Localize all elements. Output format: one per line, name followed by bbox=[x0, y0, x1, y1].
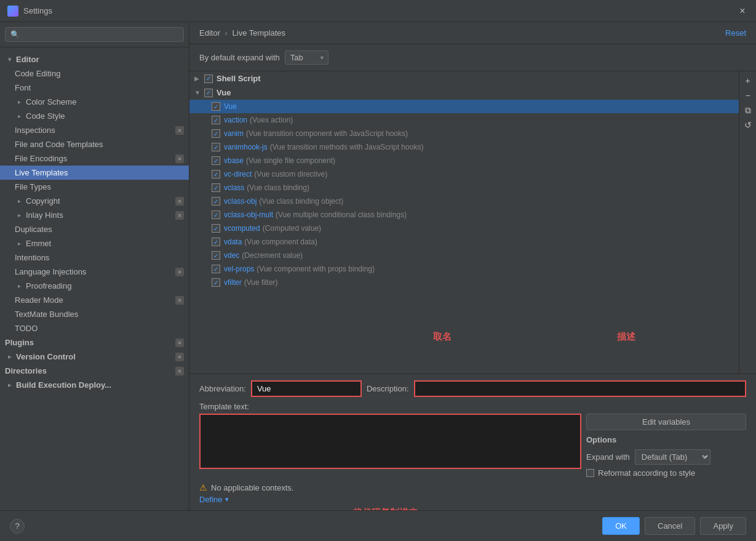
template-group-vue[interactable]: ▼ Vue bbox=[189, 86, 739, 100]
sidebar-item-language-injections[interactable]: Language Injections ≡ bbox=[0, 265, 189, 279]
sidebar-item-duplicates[interactable]: Duplicates bbox=[0, 222, 189, 236]
template-item-vcomputed[interactable]: vcomputed (Computed value) bbox=[189, 222, 739, 235]
remove-template-button[interactable]: − bbox=[741, 89, 755, 102]
sidebar-item-copyright[interactable]: ▸ Copyright ≡ bbox=[0, 194, 189, 208]
sidebar-item-file-encodings[interactable]: File Encodings ≡ bbox=[0, 151, 189, 166]
vclassobj-checkbox[interactable] bbox=[212, 197, 220, 206]
vanimhook-checkbox[interactable] bbox=[212, 143, 220, 151]
template-item-vbase[interactable]: vbase (Vue single file component) bbox=[189, 154, 739, 167]
sidebar-item-file-code-templates[interactable]: File and Code Templates bbox=[0, 137, 189, 151]
expand-select[interactable]: Tab Enter Space bbox=[285, 50, 328, 65]
add-template-button[interactable]: + bbox=[741, 74, 755, 87]
vdec-checkbox[interactable] bbox=[212, 251, 220, 260]
undo-template-button[interactable]: ↺ bbox=[741, 118, 755, 132]
cancel-button[interactable]: Cancel bbox=[645, 517, 695, 535]
vaction-desc: (Vuex action) bbox=[250, 116, 293, 124]
sidebar-item-inspections[interactable]: Inspections ≡ bbox=[0, 123, 189, 137]
template-item-vclass-obj[interactable]: vclass-obj (Vue class binding object) bbox=[189, 194, 739, 208]
vue-item-checkbox[interactable] bbox=[212, 102, 220, 111]
sidebar-item-build[interactable]: ▸ Build Execution Deploy... bbox=[0, 378, 189, 392]
sidebar-item-emmet[interactable]: ▸ Emmet bbox=[0, 236, 189, 250]
description-input[interactable] bbox=[414, 380, 746, 397]
vdata-checkbox[interactable] bbox=[212, 238, 220, 246]
sidebar-item-label: Code Style bbox=[26, 111, 65, 121]
vclassobjmult-abbr: vclass-obj-mult bbox=[224, 210, 273, 219]
sidebar-item-code-style[interactable]: ▸ Code Style bbox=[0, 109, 189, 123]
sidebar-item-proofreading[interactable]: ▸ Proofreading bbox=[0, 279, 189, 293]
vbase-checkbox[interactable] bbox=[212, 156, 220, 165]
template-item-vanim[interactable]: vanim (Vue transition component with Jav… bbox=[189, 127, 739, 140]
template-item-vel-props[interactable]: vel-props (Vue component with props bind… bbox=[189, 262, 739, 276]
ok-button[interactable]: OK bbox=[602, 517, 640, 535]
template-item-vclass-obj-mult[interactable]: vclass-obj-mult (Vue multiple conditiona… bbox=[189, 208, 739, 222]
description-label: Description: bbox=[367, 384, 409, 393]
panel-toolbar: By default expand with Tab Enter Space bbox=[189, 44, 756, 71]
vcomputed-checkbox[interactable] bbox=[212, 224, 220, 233]
template-item-vaction[interactable]: vaction (Vuex action) bbox=[189, 113, 739, 127]
title-bar: Settings × bbox=[0, 0, 756, 22]
template-item-vdata[interactable]: vdata (Vue component data) bbox=[189, 235, 739, 249]
template-item-vc-direct[interactable]: vc-direct (Vue custom directive) bbox=[189, 167, 739, 181]
options-panel: Edit variables Options Expand with Defau… bbox=[586, 414, 746, 478]
template-textarea[interactable] bbox=[199, 414, 581, 469]
template-group-shell[interactable]: ▶ Shell Script bbox=[189, 71, 739, 86]
vanimhook-abbr: vanimhook-js bbox=[224, 143, 268, 151]
sidebar-item-todo[interactable]: TODO bbox=[0, 321, 189, 335]
abbreviation-input[interactable] bbox=[251, 380, 362, 397]
vanim-checkbox[interactable] bbox=[212, 129, 220, 138]
sidebar-item-file-types[interactable]: File Types bbox=[0, 180, 189, 194]
vfilter-checkbox[interactable] bbox=[212, 278, 220, 287]
sidebar-item-label: TODO bbox=[15, 324, 38, 333]
expand-icon: ▸ bbox=[5, 381, 14, 390]
copy-template-button[interactable]: ⧉ bbox=[741, 103, 755, 117]
sidebar-item-directories[interactable]: Directories ≡ bbox=[0, 364, 189, 378]
main-content: ▾ Editor Code Editing Font ▸ Color Schem… bbox=[0, 22, 756, 510]
template-item-vfilter[interactable]: vfilter (Vue filter) bbox=[189, 276, 739, 289]
dir-badge: ≡ bbox=[175, 367, 184, 375]
vclassobjmult-checkbox[interactable] bbox=[212, 210, 220, 219]
template-item-vanimhook-js[interactable]: vanimhook-js (Vue transition methods wit… bbox=[189, 140, 739, 154]
sidebar-item-textmate-bundles[interactable]: TextMate Bundles bbox=[0, 307, 189, 321]
sidebar-item-code-editing[interactable]: Code Editing bbox=[0, 66, 189, 81]
panel-header: Editor › Live Templates Reset bbox=[189, 22, 756, 44]
template-item-vue[interactable]: Vue bbox=[189, 100, 739, 113]
template-item-vdec[interactable]: vdec (Decrement value) bbox=[189, 249, 739, 262]
vaction-checkbox[interactable] bbox=[212, 116, 220, 124]
edit-variables-button[interactable]: Edit variables bbox=[586, 414, 746, 430]
shell-label: Shell Script bbox=[217, 74, 261, 83]
search-input[interactable] bbox=[5, 27, 184, 42]
apply-button[interactable]: Apply bbox=[700, 517, 746, 535]
sidebar-item-label: Copyright bbox=[26, 196, 60, 206]
copyright-badge: ≡ bbox=[175, 197, 184, 206]
sidebar-item-reader-mode[interactable]: Reader Mode ≡ bbox=[0, 293, 189, 307]
reset-link[interactable]: Reset bbox=[725, 28, 746, 38]
sidebar-item-label: Intentions bbox=[15, 253, 49, 262]
sidebar-item-intentions[interactable]: Intentions bbox=[0, 250, 189, 265]
sidebar-item-label: Directories bbox=[5, 366, 47, 375]
vclass-desc: (Vue class binding) bbox=[247, 183, 309, 192]
expand-with-select[interactable]: Default (Tab) Tab Enter Space bbox=[635, 449, 710, 465]
vanim-desc: (Vue transition component with JavaScrip… bbox=[246, 129, 408, 138]
sidebar-item-color-scheme[interactable]: ▸ Color Scheme bbox=[0, 95, 189, 109]
sidebar-item-live-templates[interactable]: Live Templates bbox=[0, 166, 189, 180]
define-link[interactable]: Define bbox=[199, 495, 223, 504]
expand-icon: ▸ bbox=[5, 353, 14, 361]
vcdirect-checkbox[interactable] bbox=[212, 170, 220, 178]
vdec-abbr: vdec bbox=[224, 251, 239, 260]
vclass-checkbox[interactable] bbox=[212, 183, 220, 192]
close-button[interactable]: × bbox=[736, 5, 749, 17]
shell-checkbox[interactable] bbox=[204, 74, 213, 83]
help-button[interactable]: ? bbox=[10, 519, 25, 534]
sidebar-item-editor[interactable]: ▾ Editor bbox=[0, 52, 189, 66]
reader-mode-badge: ≡ bbox=[175, 296, 184, 305]
sidebar-item-plugins[interactable]: Plugins ≡ bbox=[0, 335, 189, 350]
reformat-checkbox[interactable] bbox=[586, 469, 594, 477]
vue-group-checkbox[interactable] bbox=[204, 89, 213, 97]
sidebar-item-font[interactable]: Font bbox=[0, 81, 189, 95]
template-item-vclass[interactable]: vclass (Vue class binding) bbox=[189, 181, 739, 194]
velprops-checkbox[interactable] bbox=[212, 265, 220, 273]
sidebar-item-label: Code Editing bbox=[15, 69, 60, 78]
sidebar-item-inlay-hints[interactable]: ▸ Inlay Hints ≡ bbox=[0, 208, 189, 222]
sidebar-item-version-control[interactable]: ▸ Version Control ≡ bbox=[0, 350, 189, 364]
sidebar-item-label: Reader Mode bbox=[15, 295, 63, 305]
